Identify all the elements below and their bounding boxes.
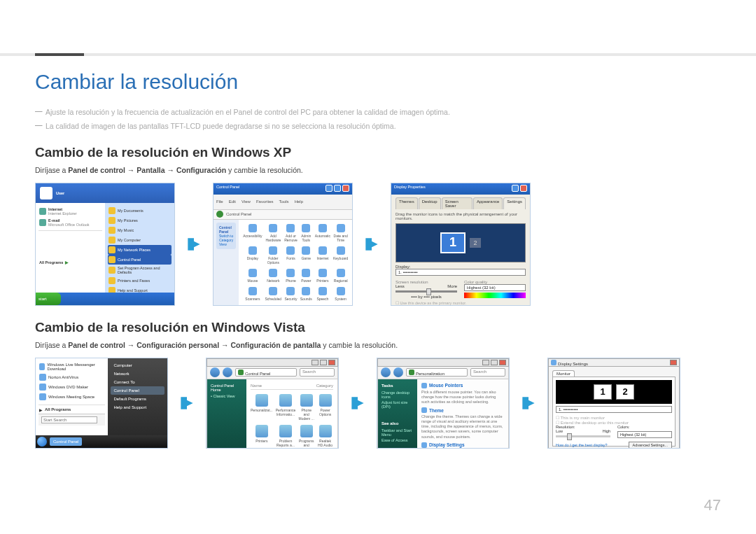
start-search-input[interactable]: [41, 416, 97, 423]
minimize-icon[interactable]: [312, 360, 318, 365]
ie-icon: [39, 208, 46, 215]
vista-screenshots-row: Windows Live Messenger Download Norton A…: [35, 358, 721, 449]
cpl-item-icon[interactable]: [269, 224, 277, 232]
cpl-item-icon[interactable]: [269, 269, 277, 277]
forward-icon[interactable]: [393, 367, 403, 377]
back-icon[interactable]: [210, 367, 220, 377]
cpl-item-icon[interactable]: [286, 246, 295, 255]
display-settings-link[interactable]: Display Settings: [429, 442, 465, 447]
control-panel-icons-grid: Accessibility Add Hardware Add or Remove…: [239, 220, 352, 306]
cpl-item-icon[interactable]: [318, 269, 327, 277]
tab-themes[interactable]: Themes: [396, 197, 418, 209]
start-button[interactable]: start: [36, 293, 61, 305]
resolution-slider[interactable]: [556, 435, 610, 437]
breadcrumb[interactable]: Control Panel: [235, 368, 297, 377]
messenger-icon: [39, 363, 45, 370]
display-select[interactable]: 1. ••••••••••: [396, 269, 526, 276]
control-panel-item[interactable]: Control Panel: [111, 386, 164, 395]
cpl-item-icon[interactable]: [337, 224, 345, 232]
monitor-2-icon[interactable]: 2: [616, 384, 634, 400]
network-icon: [108, 246, 115, 253]
cpl-item-icon[interactable]: [269, 246, 277, 255]
back-icon[interactable]: [216, 211, 223, 218]
breadcrumb[interactable]: Personalization: [406, 368, 468, 377]
maximize-icon[interactable]: [491, 360, 498, 365]
phone-icon[interactable]: [300, 394, 313, 407]
vista-orb-icon[interactable]: [37, 437, 47, 447]
close-icon[interactable]: [499, 360, 506, 365]
cpl-item-icon[interactable]: [318, 246, 327, 255]
performance-icon[interactable]: [279, 394, 292, 407]
minimize-icon[interactable]: [326, 185, 332, 192]
xp-instruction: Diríjase a Panel de control → Pantalla →…: [35, 166, 721, 174]
close-icon[interactable]: [328, 360, 335, 365]
audio-icon[interactable]: [319, 425, 332, 437]
xp-start-menu-screenshot: User InternetInternet Explorer E-mailMic…: [35, 183, 175, 306]
maximize-icon[interactable]: [334, 185, 341, 192]
monitor-preview: 1 2: [396, 223, 526, 262]
mouse-icon: [421, 383, 427, 388]
personalization-icon[interactable]: [255, 394, 268, 407]
cpl-item-icon[interactable]: [337, 269, 345, 277]
cpl-item-icon[interactable]: [302, 287, 310, 295]
user-name: User: [56, 191, 64, 195]
note-2: La calidad de imagen de las pantallas TF…: [35, 120, 721, 132]
cpl-item-icon[interactable]: [286, 224, 295, 232]
tab-screensaver[interactable]: Screen Saver: [442, 197, 472, 209]
user-avatar-icon: [40, 187, 52, 199]
cpl-item-icon[interactable]: [302, 224, 310, 232]
taskbar-button[interactable]: Control Panel: [50, 437, 82, 446]
cpl-icon: [409, 370, 414, 375]
color-quality-select[interactable]: Highest (32 bit): [464, 284, 526, 291]
tab-appearance[interactable]: Appearance: [473, 197, 503, 209]
close-icon[interactable]: [520, 185, 527, 192]
back-icon[interactable]: [381, 367, 391, 377]
cpl-item-icon[interactable]: [337, 246, 345, 255]
monitor-1-icon[interactable]: 1: [440, 232, 465, 253]
display-select[interactable]: 1. ••••••••••: [556, 406, 672, 413]
control-panel-icon: [108, 256, 115, 263]
programs-icon[interactable]: [300, 425, 313, 437]
search-input[interactable]: Search: [300, 368, 335, 377]
advanced-settings-button[interactable]: Advanced Settings...: [629, 442, 672, 449]
cpl-item-icon[interactable]: [302, 269, 310, 277]
cpl-item-icon[interactable]: [337, 287, 345, 295]
monitor-2-icon[interactable]: 2: [470, 238, 481, 248]
cpl-item-icon[interactable]: [318, 287, 327, 295]
monitor-1-icon[interactable]: 1: [594, 384, 612, 400]
tab-settings[interactable]: Settings: [503, 197, 526, 209]
page-title: Cambiar la resolución: [35, 70, 721, 94]
cpl-item-icon[interactable]: [248, 269, 257, 277]
antivirus-icon: [39, 374, 46, 381]
power-icon[interactable]: [319, 394, 332, 407]
cpl-item-icon[interactable]: [248, 246, 257, 255]
printers-icon[interactable]: [255, 425, 268, 437]
help-link[interactable]: How do I get the best display?: [556, 443, 608, 447]
forward-icon[interactable]: [223, 367, 232, 377]
tab-desktop[interactable]: Desktop: [419, 197, 441, 209]
maximize-icon[interactable]: [320, 360, 327, 365]
cpl-item-icon[interactable]: [318, 224, 327, 232]
cpl-item-icon[interactable]: [302, 246, 310, 255]
tab-monitor[interactable]: Monitor: [552, 370, 575, 377]
minimize-icon[interactable]: [482, 360, 489, 365]
resolution-slider[interactable]: [396, 290, 457, 293]
folder-icon: [108, 207, 115, 214]
colors-select[interactable]: Highest (32 bit): [617, 431, 672, 438]
help-icon[interactable]: [512, 185, 519, 192]
close-icon[interactable]: [670, 360, 677, 365]
cpl-item-icon[interactable]: [269, 287, 277, 295]
vista-instruction: Diríjase a Panel de control → Configurac…: [35, 341, 721, 349]
search-input[interactable]: Search: [470, 368, 505, 377]
close-icon[interactable]: [342, 185, 349, 192]
cpl-item-icon[interactable]: [248, 224, 257, 232]
arrow-icon: [519, 394, 538, 412]
cpl-item-icon[interactable]: [286, 287, 295, 295]
display-icon: [551, 360, 556, 365]
cpl-item-icon[interactable]: [286, 269, 295, 277]
header-rule: [0, 53, 756, 56]
cpl-item-icon[interactable]: [248, 287, 257, 295]
problem-reports-icon[interactable]: [279, 425, 292, 437]
programs-icon: [108, 267, 115, 274]
vista-display-settings-screenshot: Display Settings Monitor 1 2 1. ••••••••…: [547, 358, 680, 449]
